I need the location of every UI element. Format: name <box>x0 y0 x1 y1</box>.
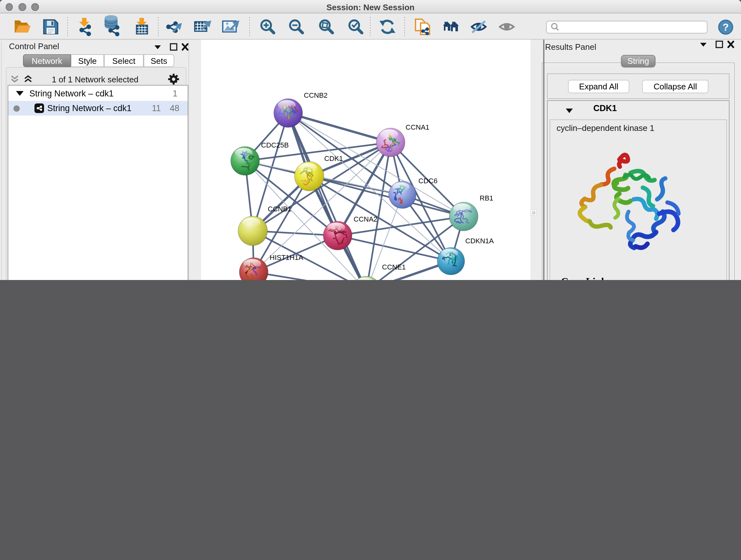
svg-text:CCNA2: CCNA2 <box>354 215 378 223</box>
svg-text:CDK1: CDK1 <box>324 154 343 163</box>
svg-text:RB1: RB1 <box>480 194 493 202</box>
svg-text:CCNA1: CCNA1 <box>406 123 429 131</box>
svg-text:?: ? <box>723 21 729 33</box>
svg-text:CDC25B: CDC25B <box>261 141 289 149</box>
svg-text:HIST1H1A: HIST1H1A <box>270 253 303 261</box>
svg-text:CCNE1: CCNE1 <box>382 263 406 271</box>
svg-text:CDKN1A: CDKN1A <box>465 237 494 245</box>
svg-text:CDC6: CDC6 <box>418 177 437 185</box>
svg-text:CCNB2: CCNB2 <box>304 91 328 99</box>
svg-text:CCNB1: CCNB1 <box>268 205 292 213</box>
